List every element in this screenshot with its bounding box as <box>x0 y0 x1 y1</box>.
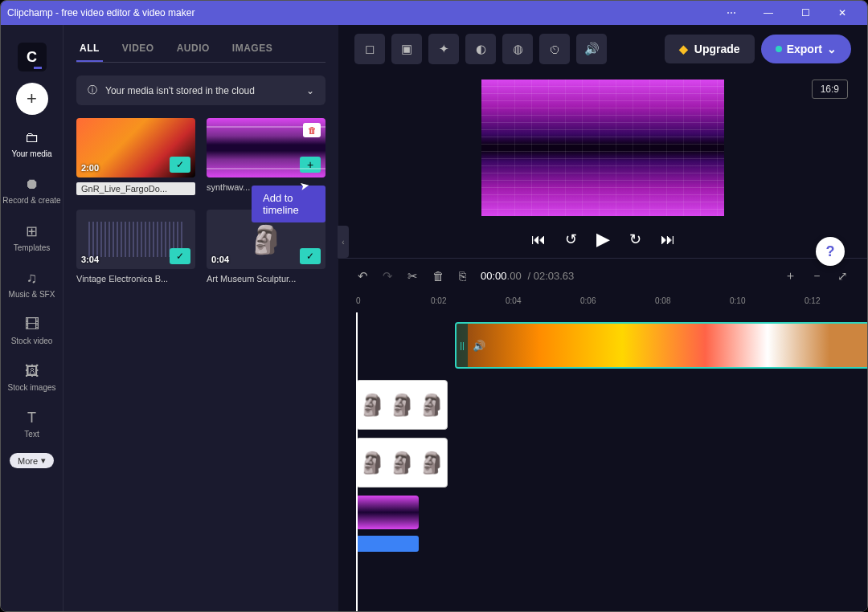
more-dots-button[interactable]: ⋯ <box>713 1 750 25</box>
export-button[interactable]: Export ⌄ <box>761 35 851 63</box>
chevron-down-icon: ⌄ <box>827 43 837 55</box>
rail-text[interactable]: T Text <box>1 406 63 442</box>
ruler-tick: 0:08 <box>655 296 670 305</box>
media-thumbnail[interactable]: 3:04 ✓ <box>76 210 195 269</box>
play-button[interactable]: ▶ <box>596 229 610 250</box>
preview-stage-area: 16:9 ? ⏮ ↺ ▶ ↻ ⏭ ⌄ <box>338 73 867 258</box>
redo-button[interactable]: ↷ <box>383 269 393 284</box>
timeline-clip-video[interactable]: || 🔊 <box>455 322 867 369</box>
zoom-out-button[interactable]: － <box>811 268 823 284</box>
total-time: 02:03 <box>534 270 560 282</box>
media-thumbnail[interactable]: 🗑 + <box>207 118 326 177</box>
timeline-clip-video[interactable] <box>356 496 419 529</box>
skip-back-button[interactable]: ⏮ <box>531 231 546 248</box>
media-duration: 2:00 <box>81 163 99 173</box>
filters-button[interactable]: ◍ <box>502 34 533 64</box>
current-time: 00:00 <box>481 270 507 282</box>
clip-trim-handle[interactable]: || <box>457 324 468 367</box>
add-to-timeline-tooltip: Add to timeline <box>252 186 326 222</box>
rail-label: Your media <box>11 149 51 158</box>
forward-5-button[interactable]: ↻ <box>629 231 641 248</box>
layout-button[interactable]: ◻ <box>354 34 385 64</box>
split-button[interactable]: ✂ <box>407 269 418 284</box>
fx-button[interactable]: ✦ <box>428 34 459 64</box>
preview-toolbar: ◻ ▣ ✦ ◐ ◍ ⏲ 🔊 ◆ Upgrade Export ⌄ <box>338 25 867 73</box>
speed-button[interactable]: ⏲ <box>539 34 570 64</box>
maximize-button[interactable]: ☐ <box>787 1 824 25</box>
timeline-clip-video[interactable]: 🗿 🗿 🗿 <box>356 380 448 430</box>
media-tabs: ALL VIDEO AUDIO IMAGES <box>76 36 326 63</box>
rail-stock-images[interactable]: 🖼 Stock images <box>1 360 63 395</box>
crop-button[interactable]: ▣ <box>391 34 422 64</box>
ruler-tick: 0:02 <box>431 296 446 305</box>
rail-label: Stock images <box>7 383 55 392</box>
rail-music-sfx[interactable]: ♫ Music & SFX <box>1 267 63 302</box>
aspect-ratio-badge[interactable]: 16:9 <box>812 80 848 99</box>
rail-more-button[interactable]: More ▾ <box>10 453 54 468</box>
rail-label: Record & create <box>2 196 60 205</box>
timeline-clip-video[interactable]: 🗿 🗿 🗿 <box>356 438 448 488</box>
cloud-storage-notice[interactable]: ⓘ Your media isn't stored in the cloud ⌄ <box>76 75 326 105</box>
upgrade-label: Upgrade <box>694 43 740 55</box>
added-check-icon: ✓ <box>300 248 321 264</box>
preview-and-timeline-area: ◻ ▣ ✦ ◐ ◍ ⏲ 🔊 ◆ Upgrade Export ⌄ <box>338 25 867 611</box>
rail-label: Stock video <box>11 337 53 345</box>
rail-label: Text <box>24 430 39 439</box>
tab-all[interactable]: ALL <box>76 36 103 62</box>
media-filename: GnR_Live_FargoDo... <box>76 182 195 195</box>
export-label: Export <box>787 43 822 55</box>
zoom-fit-button[interactable]: ⤢ <box>837 269 848 284</box>
diamond-icon: ◆ <box>679 43 688 55</box>
copy-button[interactable]: ⎘ <box>459 269 466 283</box>
video-preview[interactable] <box>481 80 724 216</box>
speaker-icon[interactable]: 🔊 <box>468 340 490 352</box>
tab-video[interactable]: VIDEO <box>119 36 158 62</box>
rail-stock-video[interactable]: 🎞 Stock video <box>1 313 63 349</box>
thumbnail-glyph: 🗿 <box>389 393 415 418</box>
rail-your-media[interactable]: 🗀 Your media <box>1 126 63 161</box>
delete-button[interactable]: 🗑 <box>432 269 444 283</box>
contrast-button[interactable]: ◐ <box>465 34 496 64</box>
media-item[interactable]: 🗑 + synthwav... Add to timeline ➤ <box>207 118 326 195</box>
delete-media-button[interactable]: 🗑 <box>303 123 321 137</box>
window-titlebar: Clipchamp - free video editor & video ma… <box>1 1 867 25</box>
rail-templates[interactable]: ⊞ Templates <box>1 219 63 255</box>
current-time-frac: .00 <box>507 270 522 282</box>
add-to-timeline-button[interactable]: + <box>300 157 321 173</box>
add-media-button[interactable]: + <box>16 83 48 115</box>
media-item[interactable]: 3:04 ✓ Vintage Electronica B... <box>76 210 195 284</box>
undo-button[interactable]: ↶ <box>358 269 368 284</box>
rail-label: Music & SFX <box>9 290 55 299</box>
upgrade-button[interactable]: ◆ Upgrade <box>665 35 755 63</box>
thumbnail-glyph: 🗿 <box>419 393 444 418</box>
mouse-cursor-icon: ➤ <box>299 178 311 193</box>
timeline-tracks[interactable]: || 🔊 🗿 🗿 🗿 🗿 🗿 🗿 <box>338 312 867 611</box>
playhead[interactable] <box>356 312 358 611</box>
window-controls: ⋯ — ☐ ✕ <box>713 1 861 25</box>
ruler-tick: 0:06 <box>580 296 596 305</box>
audio-button[interactable]: 🔊 <box>576 34 607 64</box>
media-filename: Art Museum Sculptur... <box>207 274 326 284</box>
thumbnail-glyph: 🗿 <box>389 451 415 475</box>
timeline-clip-audio[interactable] <box>356 536 419 552</box>
help-button[interactable]: ? <box>816 237 845 266</box>
media-item[interactable]: 2:00 ✓ GnR_Live_FargoDo... <box>76 118 195 195</box>
media-thumbnail[interactable]: 2:00 ✓ <box>76 118 195 177</box>
added-check-icon: ✓ <box>170 157 190 173</box>
minimize-button[interactable]: — <box>750 1 787 25</box>
timeline-ruler[interactable]: 0 0:02 0:04 0:06 0:08 0:10 0:12 <box>338 293 867 312</box>
tab-images[interactable]: IMAGES <box>229 36 276 62</box>
cloud-notice-text: Your media isn't stored in the cloud <box>105 85 255 96</box>
rewind-5-button[interactable]: ↺ <box>565 231 577 248</box>
rail-record-create[interactable]: ⏺ Record & create <box>1 173 63 208</box>
image-icon: 🖼 <box>25 363 39 380</box>
close-window-button[interactable]: ✕ <box>824 1 861 25</box>
thumbnail-glyph: 🗿 <box>359 451 385 475</box>
more-label: More <box>18 456 38 466</box>
skip-forward-button[interactable]: ⏭ <box>661 231 675 248</box>
zoom-in-button[interactable]: ＋ <box>784 268 796 284</box>
panel-collapse-handle[interactable]: ‹ <box>338 226 349 258</box>
tab-audio[interactable]: AUDIO <box>174 36 213 62</box>
ruler-tick: 0:10 <box>730 296 745 305</box>
ruler-tick: 0:04 <box>506 296 521 305</box>
